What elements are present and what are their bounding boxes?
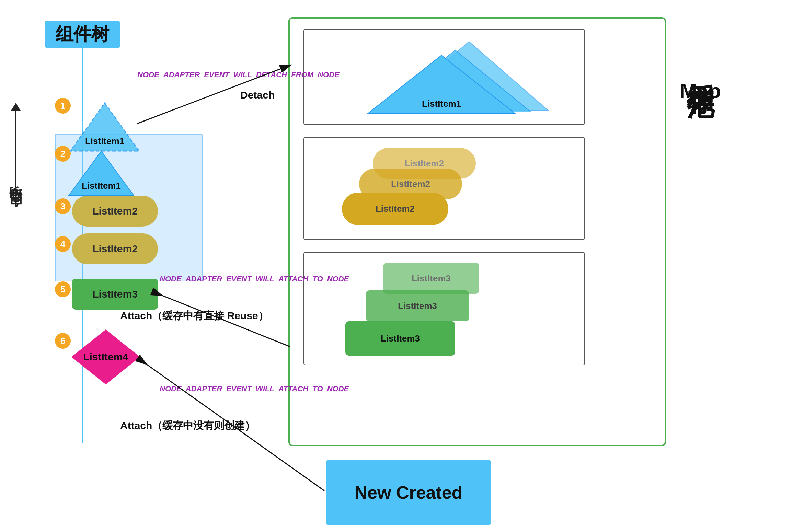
- new-created-label: New Created: [355, 482, 463, 503]
- pool-green-back: ListItem3: [383, 263, 479, 294]
- step6-diamond-container: ListItem4: [68, 326, 143, 388]
- step4-oval: ListItem2: [72, 233, 158, 264]
- scroll-line: [15, 111, 16, 207]
- attach-reuse-label: Attach（缓存中有直接 Reuse）: [120, 309, 268, 323]
- comp-tree-label: 组件树: [56, 22, 109, 46]
- event-attach2-text: NODE_ADAPTER_EVENT_WILL_ATTACH_TO_NODE: [160, 384, 349, 393]
- cache-pool-title: 缓存池 Map: [680, 62, 721, 103]
- step-badge-4: 4: [55, 236, 71, 252]
- scroll-up-arrow: [11, 103, 21, 111]
- event-attach1-text: NODE_ADAPTER_EVENT_WILL_ATTACH_TO_NODE: [160, 275, 349, 284]
- pool-blue-section: ListIt... ListIt... ListItem1: [303, 29, 585, 125]
- pool-green-section: ListItem3 ListItem3 ListItem3: [303, 252, 585, 365]
- pool-green-front: ListItem3: [345, 321, 455, 356]
- step2-triangle: ListItem1: [67, 148, 136, 199]
- detach-label: Detach: [240, 89, 275, 101]
- svg-text:ListItem1: ListItem1: [85, 136, 124, 146]
- step1-triangle-dashed: ListItem1: [67, 100, 142, 154]
- step-badge-6: 6: [55, 333, 71, 349]
- step3-oval: ListItem2: [72, 196, 158, 227]
- new-created-box: New Created: [326, 460, 491, 525]
- step-badge-5: 5: [55, 281, 71, 297]
- svg-text:ListItem1: ListItem1: [422, 99, 461, 109]
- step-badge-3: 3: [55, 198, 71, 214]
- step6-label: ListItem4: [83, 351, 128, 363]
- attach-create-label: Attach（缓存中没有则创建）: [120, 419, 255, 433]
- pool-blue-triangles: ListIt... ListIt... ListItem1: [325, 36, 565, 119]
- cache-pool-box: ListIt... ListIt... ListItem1 ListItem2 …: [288, 17, 666, 446]
- pool-oval-front: ListItem2: [342, 193, 448, 225]
- comp-tree-box: 组件树: [45, 21, 120, 48]
- pool-green-mid: ListItem3: [366, 290, 469, 321]
- step-badge-2: 2: [55, 146, 71, 162]
- step-badge-1: 1: [55, 98, 71, 114]
- event-detach-text: NODE_ADAPTER_EVENT_WILL_DETACH_FROM_NODE: [137, 70, 340, 79]
- scroll-direction-label: 向上滑动: [7, 103, 24, 218]
- pool-yellow-section: ListItem2 ListItem2 ListItem2: [303, 137, 585, 240]
- svg-text:ListItem1: ListItem1: [82, 181, 121, 191]
- scroll-text: 向上滑动: [7, 207, 24, 218]
- cache-pool-en: Map: [680, 79, 721, 103]
- cache-pool-chinese: 缓存池: [685, 62, 715, 72]
- step5-green-rect: ListItem3: [72, 279, 158, 310]
